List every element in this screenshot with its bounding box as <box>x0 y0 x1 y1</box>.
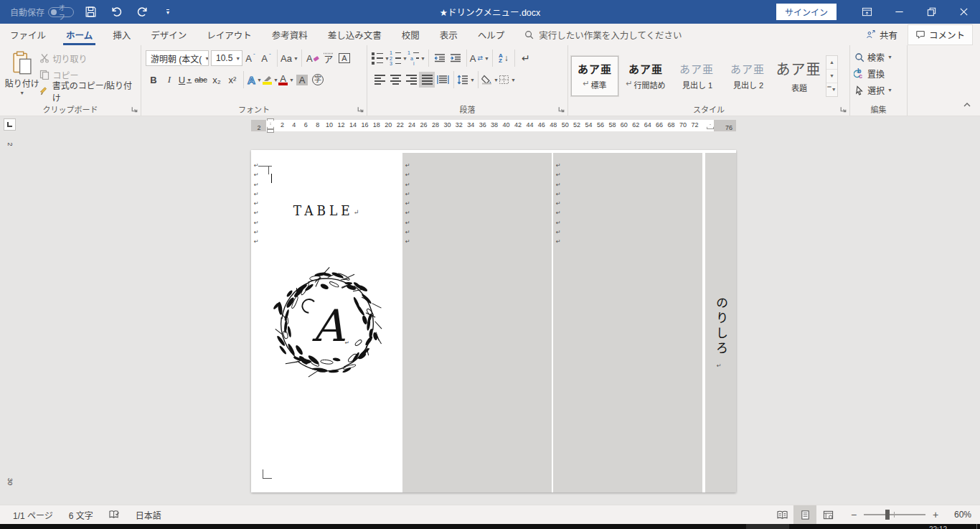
read-mode-button[interactable] <box>771 505 793 524</box>
collapse-ribbon-button[interactable] <box>963 100 971 111</box>
tell-me-search[interactable]: 実行したい作業を入力してください <box>524 28 682 42</box>
zoom-slider-thumb[interactable] <box>885 510 890 520</box>
left-indent-marker[interactable] <box>267 129 274 133</box>
text-effects-button[interactable]: A▼ <box>247 72 263 88</box>
font-dialog-launcher[interactable] <box>357 106 364 113</box>
subscript-button[interactable]: x₂ <box>209 72 225 88</box>
style-item[interactable]: あア亜 ↵標準 <box>571 56 618 96</box>
style-item[interactable]: あア亜 見出し 2 <box>724 56 771 96</box>
font-color-button[interactable]: A▼ <box>278 72 294 88</box>
minimize-button[interactable] <box>883 0 915 24</box>
italic-button[interactable]: I <box>161 72 177 88</box>
asian-layout-button[interactable]: A⇄▼ <box>470 50 489 66</box>
strikethrough-button[interactable]: abc <box>193 72 209 88</box>
shading-button[interactable]: ▼ <box>481 72 499 88</box>
ribbon-tab[interactable]: デザイン <box>141 24 197 45</box>
styles-gallery-scrollbar[interactable]: ▲ ▼ ▔▼ <box>826 55 838 97</box>
undo-button[interactable] <box>107 3 126 22</box>
replace-button[interactable]: bc 置換 <box>854 66 903 81</box>
page-count[interactable]: 1/1 ページ <box>13 509 53 521</box>
share-button[interactable]: 共有 <box>859 25 905 45</box>
save-button[interactable] <box>81 3 100 22</box>
shrink-font-button[interactable]: Aˇ <box>258 50 274 66</box>
word-count[interactable]: 6 文字 <box>69 509 93 521</box>
bold-button[interactable]: B <box>146 72 161 88</box>
line-spacing-button[interactable]: ▼ <box>457 72 475 88</box>
ribbon-tab[interactable]: 差し込み文書 <box>318 24 392 45</box>
change-case-button[interactable]: Aa▼ <box>281 50 298 66</box>
font-size-combo[interactable]: 10.5▼ <box>211 50 242 66</box>
decrease-indent-button[interactable] <box>432 50 448 66</box>
ribbon-tab[interactable]: 挿入 <box>103 24 141 45</box>
ribbon-tab[interactable]: ファイル <box>0 24 56 45</box>
sort-button[interactable]: AZ↓ <box>496 50 512 66</box>
zoom-slider[interactable] <box>864 514 925 515</box>
document-canvas[interactable]: のりしろ ↵ ↵↵↵↵↵↵↵↵↵ ↵↵↵↵↵↵↵↵↵ ↵↵↵↵↵↵↵↵↵ TAB… <box>0 134 980 505</box>
grow-font-button[interactable]: Aˆ <box>242 50 258 66</box>
language-status[interactable]: 日本語 <box>136 509 161 521</box>
zoom-out-button[interactable]: − <box>849 509 858 520</box>
phonetic-guide-button[interactable]: ア <box>321 50 336 66</box>
proofing-status[interactable] <box>109 510 120 520</box>
signin-button[interactable]: サインイン <box>776 4 837 20</box>
document-page[interactable]: のりしろ ↵ ↵↵↵↵↵↵↵↵↵ ↵↵↵↵↵↵↵↵↵ ↵↵↵↵↵↵↵↵↵ TAB… <box>251 150 736 492</box>
style-item[interactable]: あア亜 表題 <box>775 56 822 96</box>
ribbon-tab[interactable]: ヘルプ <box>468 24 515 45</box>
increase-indent-button[interactable] <box>448 50 463 66</box>
numbering-button[interactable]: 123▼ <box>390 50 407 66</box>
style-item[interactable]: あア亜 見出し 1 <box>673 56 720 96</box>
font-name-combo[interactable]: 游明朝 (本文(▼ <box>146 50 209 66</box>
windows-taskbar[interactable]: 22:12 <box>0 524 980 529</box>
autosave-toggle[interactable]: 自動保存 オフ <box>10 6 74 18</box>
format-painter-button[interactable]: 書式のコピー/貼り付け <box>39 84 136 98</box>
gallery-expand-icon[interactable]: ▔▼ <box>826 83 837 96</box>
paste-button[interactable]: 貼り付け ▼ <box>4 48 39 103</box>
character-border-button[interactable]: A <box>336 50 352 66</box>
ribbon-tab[interactable]: ホーム <box>56 24 103 45</box>
bullets-button[interactable]: ▼ <box>372 50 390 66</box>
justify-button[interactable] <box>419 72 435 88</box>
redo-button[interactable] <box>133 3 151 22</box>
paragraph-dialog-launcher[interactable] <box>557 106 565 113</box>
distribute-button[interactable] <box>435 72 451 88</box>
scroll-up-icon[interactable]: ▲ <box>826 56 837 70</box>
glue-strip-panel[interactable]: のりしろ ↵ <box>705 153 736 492</box>
menu-title-text[interactable]: TABLE↵ <box>251 202 401 218</box>
scroll-down-icon[interactable]: ▼ <box>826 70 837 83</box>
zoom-level[interactable]: 60% <box>946 510 971 520</box>
character-shading-button[interactable]: A <box>294 72 310 88</box>
borders-button[interactable]: ▼ <box>499 72 516 88</box>
restore-button[interactable] <box>915 0 948 24</box>
clear-formatting-button[interactable]: A <box>305 50 321 66</box>
tab-selector[interactable] <box>4 118 16 131</box>
menu-panel-2[interactable] <box>402 153 552 492</box>
align-left-button[interactable] <box>372 72 387 88</box>
close-button[interactable] <box>948 0 980 24</box>
align-center-button[interactable] <box>387 72 403 88</box>
ribbon-display-options-button[interactable] <box>851 0 883 24</box>
menu-panel-3[interactable] <box>553 153 702 492</box>
superscript-button[interactable]: x² <box>225 72 240 88</box>
style-item[interactable]: あア亜 ↵行間詰め <box>622 56 669 96</box>
show-formatting-marks-button[interactable]: ↵ <box>518 50 534 66</box>
wreath-monogram-image[interactable]: A ↵ <box>265 261 387 387</box>
print-layout-button[interactable] <box>793 505 816 524</box>
highlight-button[interactable]: ▼ <box>263 72 278 88</box>
select-button[interactable]: 選択▼ <box>854 83 903 98</box>
customize-qat-button[interactable]: ▾ <box>159 3 177 22</box>
cut-button[interactable]: 切り取り <box>39 51 136 65</box>
underline-button[interactable]: U▼ <box>177 72 193 88</box>
horizontal-ruler[interactable]: 2 76 24681012141618202224262830323436384… <box>251 117 736 134</box>
comments-button[interactable]: コメント <box>908 24 973 45</box>
ribbon-tab[interactable]: レイアウト <box>197 24 262 45</box>
align-right-button[interactable] <box>403 72 419 88</box>
enclose-characters-button[interactable]: 字 <box>310 72 326 88</box>
ribbon-tab[interactable]: 参考資料 <box>262 24 318 45</box>
find-button[interactable]: 検索▼ <box>854 50 903 65</box>
clipboard-dialog-launcher[interactable] <box>131 106 138 113</box>
ribbon-tab[interactable]: 校閲 <box>392 24 430 45</box>
styles-dialog-launcher[interactable] <box>839 106 847 113</box>
zoom-in-button[interactable]: + <box>931 509 940 520</box>
web-layout-button[interactable] <box>816 505 839 524</box>
multilevel-list-button[interactable]: 1ai▼ <box>407 50 425 66</box>
